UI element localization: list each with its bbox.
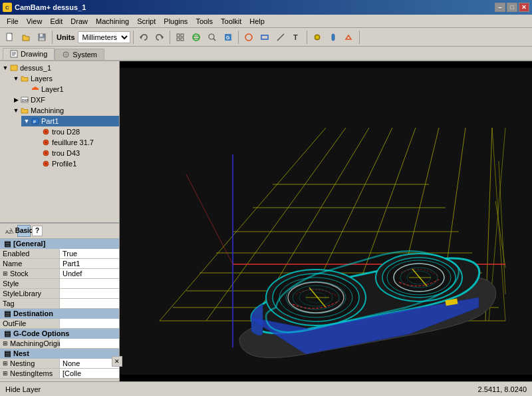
tree-item-profile1-label: Profile1 bbox=[52, 160, 76, 168]
close-button[interactable]: ✕ bbox=[519, 3, 529, 12]
tree-item-trou-d28[interactable]: ▶ trou D28 bbox=[32, 126, 119, 137]
props-key-stock: Stock bbox=[0, 269, 60, 278]
props-section-destination[interactable]: ▤ Destination bbox=[0, 309, 119, 319]
tree-item-feuillure-label: feuillure 31.7 bbox=[52, 138, 94, 146]
props-sort-button[interactable]: AZ bbox=[3, 225, 16, 237]
svg-point-44 bbox=[45, 162, 47, 165]
grid-button[interactable] bbox=[173, 30, 188, 45]
svg-point-10 bbox=[193, 34, 200, 41]
menu-view[interactable]: View bbox=[23, 16, 47, 27]
svg-marker-32 bbox=[32, 87, 39, 89]
tab-drawing[interactable]: Drawing bbox=[3, 48, 55, 60]
props-val-stock[interactable]: Undef bbox=[60, 269, 119, 278]
svg-rect-30 bbox=[11, 65, 17, 71]
menu-script[interactable]: Script bbox=[133, 16, 160, 27]
mill-button[interactable] bbox=[326, 30, 340, 45]
units-select[interactable]: Millimeters Inches bbox=[78, 31, 130, 43]
gcode-button[interactable]: G bbox=[221, 30, 235, 45]
svg-rect-17 bbox=[261, 35, 268, 39]
tree-item-layers[interactable]: ▼ Layers bbox=[11, 73, 119, 84]
menu-plugins[interactable]: Plugins bbox=[160, 16, 192, 27]
tree-item-layer1-label: Layer1 bbox=[41, 85, 64, 93]
props-val-nestingitems[interactable]: [Colle bbox=[60, 369, 119, 378]
tree-item-part1-label: Part1 bbox=[41, 117, 59, 125]
tree-item-profile1[interactable]: ▶ Profile1 bbox=[32, 158, 119, 169]
props-row-style: Style bbox=[0, 279, 119, 289]
svg-rect-9 bbox=[181, 38, 184, 41]
panel-close-button[interactable]: ✕ bbox=[112, 356, 120, 367]
circle-button[interactable] bbox=[241, 30, 256, 45]
text-button[interactable]: T bbox=[289, 30, 304, 45]
tree-item-machining[interactable]: ▼ Machining bbox=[11, 105, 119, 116]
undo-button[interactable] bbox=[136, 30, 151, 45]
view3d-button[interactable] bbox=[189, 30, 203, 45]
props-val-nesting[interactable]: None bbox=[60, 359, 119, 368]
drill-button[interactable] bbox=[310, 30, 325, 45]
svg-line-18 bbox=[277, 34, 284, 41]
props-val-tag[interactable] bbox=[60, 299, 119, 308]
profile-op-button[interactable] bbox=[342, 30, 356, 45]
props-key-enabled: Enabled bbox=[0, 249, 60, 258]
tree-item-machining-label: Machining bbox=[31, 106, 64, 114]
general-section-toggle: ▤ bbox=[4, 240, 11, 248]
tabbar: Drawing System bbox=[0, 47, 532, 61]
tree-item-root[interactable]: ▼ dessus_1 bbox=[0, 63, 119, 73]
tree-item-layer1[interactable]: ▶ Layer1 bbox=[21, 84, 119, 95]
maximize-button[interactable]: □ bbox=[507, 3, 517, 12]
props-help-button[interactable]: ? bbox=[32, 226, 43, 236]
svg-rect-7 bbox=[181, 34, 184, 37]
props-val-name[interactable]: Part1 bbox=[60, 259, 119, 268]
props-section-general[interactable]: ▤ [General] bbox=[0, 239, 119, 249]
props-section-nest[interactable]: ▤ Nest bbox=[0, 349, 119, 359]
tree-item-trou-d43[interactable]: ▶ trou D43 bbox=[32, 148, 119, 158]
menu-tools[interactable]: Tools bbox=[192, 16, 217, 27]
expand-dxf[interactable]: ▶ bbox=[12, 96, 20, 104]
units-label: Units bbox=[57, 33, 75, 41]
props-basic-button[interactable]: Basic bbox=[17, 225, 31, 237]
props-key-tag: Tag bbox=[0, 299, 60, 308]
tree-item-feuillure[interactable]: ▶ feuillure 31.7 bbox=[32, 137, 119, 148]
menu-toolkit[interactable]: Toolkit bbox=[217, 16, 245, 27]
zoom-button[interactable] bbox=[205, 30, 219, 45]
app-icon: C bbox=[3, 3, 12, 12]
menu-help[interactable]: Help bbox=[245, 16, 269, 27]
tab-system[interactable]: System bbox=[55, 49, 104, 60]
svg-marker-5 bbox=[162, 35, 164, 39]
props-val-enabled[interactable]: True bbox=[60, 249, 119, 258]
expand-root[interactable]: ▼ bbox=[1, 64, 9, 72]
expand-machining[interactable]: ▼ bbox=[12, 106, 20, 114]
folder-icon-layers bbox=[20, 74, 29, 83]
props-val-stylelibrary[interactable] bbox=[60, 289, 119, 298]
redo-button[interactable] bbox=[152, 30, 167, 45]
tree-view[interactable]: ▼ dessus_1 ▼ Layers ▶ bbox=[0, 61, 119, 223]
menu-edit[interactable]: Edit bbox=[46, 16, 66, 27]
minimize-button[interactable]: – bbox=[495, 3, 505, 12]
props-val-style[interactable] bbox=[60, 279, 119, 288]
tree-item-dxf[interactable]: ▶ DXF DXF bbox=[11, 95, 119, 105]
part1-icon: P bbox=[31, 116, 40, 126]
line-button[interactable] bbox=[273, 30, 288, 45]
tree-item-trou-d28-label: trou D28 bbox=[52, 128, 80, 136]
save-button[interactable] bbox=[35, 30, 49, 45]
expand-part1[interactable]: ▼ bbox=[23, 117, 31, 125]
props-row-nesting: Nesting None bbox=[0, 359, 119, 369]
rectangle-button[interactable] bbox=[257, 30, 272, 45]
menu-file[interactable]: File bbox=[3, 16, 23, 27]
tree-item-part1[interactable]: ▼ P Part1 bbox=[21, 116, 119, 126]
expand-layers[interactable]: ▼ bbox=[12, 75, 20, 83]
gcode-section-toggle: ▤ bbox=[4, 329, 11, 338]
open-button[interactable] bbox=[19, 30, 33, 45]
menu-draw[interactable]: Draw bbox=[66, 16, 92, 27]
tree-item-trou-d43-label: trou D43 bbox=[52, 149, 80, 157]
titlebar: C CamBam+ dessus_1 – □ ✕ bbox=[0, 0, 532, 15]
props-val-outfile[interactable] bbox=[60, 319, 119, 328]
props-row-outfile: OutFile bbox=[0, 319, 119, 329]
viewport[interactable] bbox=[120, 61, 532, 381]
op-trou-d28-icon bbox=[41, 127, 51, 136]
new-button[interactable] bbox=[3, 30, 17, 45]
op-trou-d43-icon bbox=[41, 148, 51, 158]
props-section-gcode[interactable]: ▤ G-Code Options bbox=[0, 329, 119, 339]
props-val-machiningorigin[interactable] bbox=[60, 339, 119, 348]
menu-machining[interactable]: Machining bbox=[92, 16, 133, 27]
svg-text:DXF: DXF bbox=[22, 99, 29, 102]
